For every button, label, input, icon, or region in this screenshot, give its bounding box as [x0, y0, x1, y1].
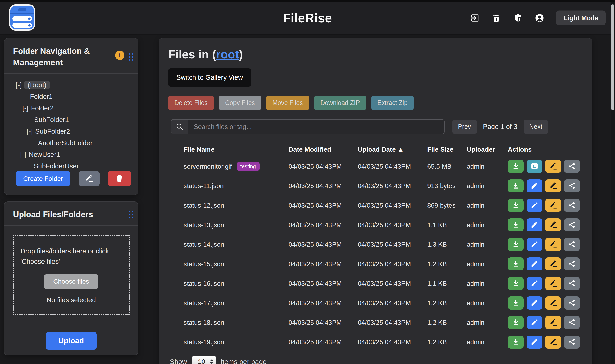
choose-files-button[interactable]: Choose files	[44, 274, 98, 289]
column-header-file-size[interactable]: File Size	[427, 146, 467, 153]
edit-file-button[interactable]	[526, 277, 542, 290]
delete-files-button[interactable]: Delete Files	[168, 96, 214, 110]
rename-file-button[interactable]	[545, 258, 561, 271]
edit-file-button[interactable]	[526, 297, 542, 310]
file-dropzone[interactable]: Drop files/folders here or click 'Choose…	[13, 235, 130, 315]
folder-tree-item-folder2[interactable]: [-]Folder2	[4, 102, 138, 114]
tree-collapse-toggle[interactable]: [-]	[20, 151, 26, 158]
share-file-button[interactable]	[564, 336, 580, 349]
download-file-button[interactable]	[508, 316, 524, 329]
info-icon[interactable]: i	[115, 51, 124, 60]
tree-collapse-toggle[interactable]: [-]	[16, 81, 22, 89]
share-file-button[interactable]	[564, 258, 580, 271]
search-icon[interactable]	[171, 119, 188, 134]
share-file-button[interactable]	[564, 238, 580, 251]
share-file-button[interactable]	[564, 316, 580, 329]
download-file-button[interactable]	[508, 297, 524, 310]
folder-label[interactable]: AnotherSubFolder	[38, 139, 92, 147]
file-name[interactable]: status-15.json	[184, 260, 224, 268]
download-file-button[interactable]	[508, 258, 524, 271]
column-header-upload-date[interactable]: Upload Date ▲	[358, 146, 427, 153]
file-name[interactable]: status-14.json	[184, 241, 224, 248]
share-file-button[interactable]	[564, 179, 580, 192]
switch-gallery-view-button[interactable]: Switch to Gallery View	[168, 68, 251, 87]
download-file-button[interactable]	[508, 160, 524, 173]
drag-handle-icon[interactable]	[129, 53, 133, 61]
folder-label[interactable]: (Root)	[24, 80, 50, 90]
share-file-button[interactable]	[564, 199, 580, 212]
file-name[interactable]: status-11.json	[184, 182, 224, 190]
next-page-button[interactable]: Next	[524, 119, 548, 134]
rename-file-button[interactable]	[545, 238, 561, 251]
folder-label[interactable]: SubFolder2	[35, 128, 70, 135]
share-file-button[interactable]	[564, 277, 580, 290]
folder-label[interactable]: SubFolder1	[34, 116, 69, 124]
download-file-button[interactable]	[508, 277, 524, 290]
extract-zip-button[interactable]: Extract Zip	[371, 96, 414, 110]
tree-collapse-toggle[interactable]: [-]	[27, 128, 33, 135]
download-file-button[interactable]	[508, 336, 524, 349]
column-header-file-name[interactable]: File Name	[184, 146, 288, 153]
edit-file-button[interactable]	[526, 199, 542, 212]
share-file-button[interactable]	[564, 297, 580, 310]
prev-page-button[interactable]: Prev	[452, 119, 477, 134]
folder-tree-item-anothersubfolder[interactable]: AnotherSubFolder	[4, 137, 138, 149]
root-folder-link[interactable]: root	[216, 48, 239, 61]
drag-handle-icon[interactable]	[129, 211, 133, 218]
rename-file-button[interactable]	[545, 160, 561, 173]
delete-folder-button[interactable]	[108, 171, 131, 186]
rename-file-button[interactable]	[545, 316, 561, 329]
file-name[interactable]: status-17.json	[184, 299, 224, 307]
edit-file-button[interactable]	[526, 238, 542, 251]
download-file-button[interactable]	[508, 238, 524, 251]
folder-tree-item-subfolder2[interactable]: [-]SubFolder2	[4, 126, 138, 137]
preview-file-button[interactable]	[526, 160, 542, 173]
rename-file-button[interactable]	[545, 179, 561, 192]
edit-file-button[interactable]	[526, 218, 542, 231]
rename-folder-button[interactable]	[79, 171, 100, 186]
edit-file-button[interactable]	[526, 336, 542, 349]
file-name[interactable]: servermonitor.gif	[184, 163, 232, 170]
folder-label[interactable]: Folder2	[31, 104, 54, 112]
download-file-button[interactable]	[508, 199, 524, 212]
account-circle-icon[interactable]	[535, 13, 544, 23]
edit-file-button[interactable]	[526, 258, 542, 271]
search-input[interactable]	[188, 119, 444, 134]
column-header-uploader[interactable]: Uploader	[467, 146, 508, 153]
download-file-button[interactable]	[508, 179, 524, 192]
copy-files-button[interactable]: Copy Files	[219, 96, 261, 110]
edit-file-button[interactable]	[526, 179, 542, 192]
folder-label[interactable]: SubFolderUser	[34, 162, 79, 170]
create-folder-button[interactable]: Create Folder	[16, 171, 70, 186]
file-name[interactable]: status-19.json	[184, 338, 224, 346]
share-file-button[interactable]	[564, 160, 580, 173]
upload-button[interactable]: Upload	[46, 332, 96, 350]
move-files-button[interactable]: Move Files	[266, 96, 309, 110]
file-name[interactable]: status-13.json	[184, 221, 224, 229]
restore-trash-icon[interactable]	[492, 13, 501, 23]
rename-file-button[interactable]	[545, 277, 561, 290]
edit-file-button[interactable]	[526, 316, 542, 329]
tree-collapse-toggle[interactable]: [-]	[22, 104, 28, 112]
folder-tree-item-newuser1[interactable]: [-]NewUser1	[4, 149, 138, 160]
share-file-button[interactable]	[564, 218, 580, 231]
folder-label[interactable]: NewUser1	[29, 151, 60, 158]
page-scrollbar-track[interactable]	[611, 2, 615, 364]
rename-file-button[interactable]	[545, 336, 561, 349]
folder-tree-item-root[interactable]: [-](Root)	[4, 79, 138, 91]
admin-shield-icon[interactable]	[513, 13, 523, 23]
rename-file-button[interactable]	[545, 218, 561, 231]
file-name[interactable]: status-12.json	[184, 202, 224, 209]
file-name[interactable]: status-18.json	[184, 319, 224, 326]
folder-tree-item-subfolderuser[interactable]: SubFolderUser	[4, 160, 138, 172]
rename-file-button[interactable]	[545, 297, 561, 310]
column-header-date-modified[interactable]: Date Modified	[288, 146, 358, 153]
folder-tree-item-folder1[interactable]: Folder1	[4, 91, 138, 102]
column-header-actions[interactable]: Actions	[508, 146, 580, 153]
download-file-button[interactable]	[508, 218, 524, 231]
light-mode-button[interactable]: Light Mode	[556, 11, 606, 26]
folder-label[interactable]: Folder1	[30, 93, 53, 101]
page-scrollbar-thumb[interactable]	[611, 4, 615, 110]
logout-icon[interactable]	[470, 13, 480, 23]
download-zip-button[interactable]: Download ZIP	[314, 96, 366, 110]
